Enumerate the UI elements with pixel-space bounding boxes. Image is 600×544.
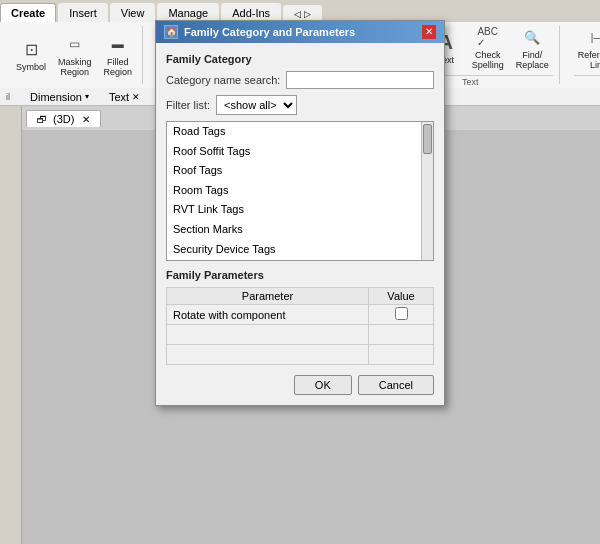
filter-row: Filter list: <show all> xyxy=(166,95,434,115)
category-search-row: Category name search: xyxy=(166,71,434,89)
list-item-rvt-link-tags[interactable]: RVT Link Tags xyxy=(167,200,421,220)
list-item-road-tags[interactable]: Road Tags xyxy=(167,122,421,142)
rotate-with-component-checkbox[interactable] xyxy=(395,307,408,320)
list-item-room-tags[interactable]: Room Tags xyxy=(167,181,421,201)
modal-title-icon: 🏠 xyxy=(164,25,178,39)
empty-param-cell-2 xyxy=(167,345,369,365)
empty-value-cell xyxy=(369,325,434,345)
list-item-shear-stud-tags[interactable]: Shear Stud Tags xyxy=(167,259,421,260)
category-list: Road Tags Roof Soffit Tags Roof Tags Roo… xyxy=(167,122,421,260)
rotate-parameter-value-cell xyxy=(369,305,434,325)
rotate-with-component-row: Rotate with component xyxy=(167,305,434,325)
empty-row-2 xyxy=(167,345,434,365)
empty-value-cell-2 xyxy=(369,345,434,365)
modal-titlebar: 🏠 Family Category and Parameters ✕ xyxy=(156,21,444,43)
filter-label: Filter list: xyxy=(166,99,210,111)
modal-close-button[interactable]: ✕ xyxy=(422,25,436,39)
filter-select[interactable]: <show all> xyxy=(216,95,297,115)
ok-button[interactable]: OK xyxy=(294,375,352,395)
category-search-label: Category name search: xyxy=(166,74,280,86)
cancel-button[interactable]: Cancel xyxy=(358,375,434,395)
modal-buttons: OK Cancel xyxy=(166,375,434,395)
empty-row-1 xyxy=(167,325,434,345)
list-scrollbar-thumb[interactable] xyxy=(423,124,432,154)
category-search-input[interactable] xyxy=(286,71,434,89)
family-parameters-section: Family Parameters Parameter Value Rotate… xyxy=(166,269,434,365)
rotate-parameter-label: Rotate with component xyxy=(167,305,369,325)
modal-title: Family Category and Parameters xyxy=(184,26,355,38)
list-item-roof-tags[interactable]: Roof Tags xyxy=(167,161,421,181)
family-category-section-title: Family Category xyxy=(166,53,434,65)
parameter-column-header: Parameter xyxy=(167,288,369,305)
empty-param-cell xyxy=(167,325,369,345)
modal-titlebar-left: 🏠 Family Category and Parameters xyxy=(164,25,355,39)
modal-overlay: 🏠 Family Category and Parameters ✕ Famil… xyxy=(0,0,600,544)
family-category-dialog: 🏠 Family Category and Parameters ✕ Famil… xyxy=(155,20,445,406)
list-item-roof-soffit-tags[interactable]: Roof Soffit Tags xyxy=(167,142,421,162)
list-scrollbar[interactable] xyxy=(421,122,433,260)
parameters-table: Parameter Value Rotate with component xyxy=(166,287,434,365)
category-list-container: Road Tags Roof Soffit Tags Roof Tags Roo… xyxy=(166,121,434,261)
value-column-header: Value xyxy=(369,288,434,305)
modal-body: Family Category Category name search: Fi… xyxy=(156,43,444,405)
family-parameters-title: Family Parameters xyxy=(166,269,434,281)
list-item-section-marks[interactable]: Section Marks xyxy=(167,220,421,240)
list-item-security-device-tags[interactable]: Security Device Tags xyxy=(167,240,421,260)
